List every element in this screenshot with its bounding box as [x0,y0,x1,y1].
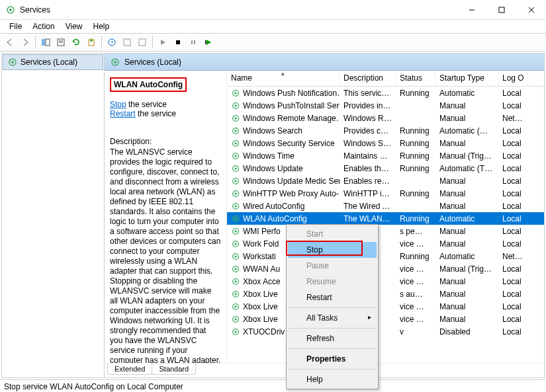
svg-point-61 [234,318,237,321]
gear-icon [7,57,18,67]
service-row[interactable]: Windows SearchProvides co…RunningAutomat… [227,124,544,137]
help-button[interactable]: ? [105,35,119,50]
pause-service-button [186,35,201,50]
context-refresh[interactable]: Refresh [288,331,377,346]
service-gear-icon [231,139,240,148]
service-row[interactable]: WLAN AutoConfigThe WLANS…RunningAutomati… [227,212,544,225]
menu-view[interactable]: View [60,20,88,32]
toolbar-icon[interactable] [120,35,134,50]
list-header: Name▴ Description Status Startup Type Lo… [227,71,544,87]
menu-help[interactable]: Help [88,20,115,32]
restart-link[interactable]: Restart [110,109,136,118]
context-properties[interactable]: Properties [288,351,377,367]
svg-rect-15 [139,39,146,46]
service-row[interactable]: Work Foldvice …ManualLocal [227,237,544,250]
minimize-button[interactable] [457,0,486,20]
toolbar: ? [0,33,546,52]
service-row[interactable]: WWAN Auvice …Manual (Trig…Local [227,262,544,275]
service-gear-icon [231,101,240,110]
stop-service-button[interactable] [171,35,185,50]
tree-item-label: Services (Local) [21,58,77,67]
service-gear-icon [231,264,240,274]
menu-file[interactable]: File [4,20,27,32]
service-row[interactable]: Windows UpdateEnables the …RunningAutoma… [227,162,544,175]
context-start: Start [288,226,377,242]
svg-rect-14 [124,39,130,46]
svg-point-35 [234,155,237,157]
export-button[interactable] [84,35,99,50]
svg-point-43 [234,205,237,208]
svg-point-47 [234,230,237,233]
list-rows: Windows Push Notification…This service …… [227,87,544,338]
refresh-button[interactable] [69,35,83,50]
svg-point-59 [234,305,237,308]
service-row[interactable]: XTUOCDrivvDisabledLocal [227,325,544,338]
maximize-button[interactable] [486,0,516,20]
service-row[interactable]: Xbox Live vice …ManualLocal [227,300,544,313]
service-row[interactable]: Xbox Accevice …ManualLocal [227,275,544,288]
content-area: Services (Local) Services (Local) WLAN A… [1,53,545,378]
submenu-arrow-icon: ▸ [368,313,371,321]
service-row[interactable]: WorkstatiRunningAutomaticNetwo [227,250,544,262]
context-all-tasks[interactable]: All Tasks▸ [288,310,377,326]
service-gear-icon [231,114,240,123]
context-separator [289,348,376,349]
show-hide-tree-button[interactable] [38,35,53,50]
restart-service-button[interactable] [201,35,216,50]
titlebar: Services [0,0,546,20]
service-gear-icon [231,214,240,223]
close-button[interactable] [516,0,546,20]
svg-point-45 [234,217,237,220]
svg-point-55 [234,280,237,283]
service-gear-icon [231,315,240,324]
toolbar-icon-2[interactable] [135,35,150,50]
context-help[interactable]: Help [288,372,377,387]
context-stop[interactable]: Stop [288,242,377,258]
column-startup-type[interactable]: Startup Type [435,71,498,86]
description-text: The WLANSVC service provides the logic r… [110,147,221,363]
service-row[interactable]: Windows PushToInstall Serv…Provides inf…… [227,99,544,112]
service-row[interactable]: Wired AutoConfigThe Wired A…ManualLocal [227,200,544,212]
column-name[interactable]: Name▴ [227,71,340,86]
svg-rect-7 [46,39,50,46]
service-row[interactable]: Windows TimeMaintains d…RunningManual (T… [227,149,544,162]
detail-pane: WLAN AutoConfig Stop the service Restart… [105,71,227,363]
service-row[interactable]: Windows Remote Manage…Windows R…ManualNe… [227,112,544,124]
service-gear-icon [231,252,240,261]
service-row[interactable]: Windows Push Notification…This service …… [227,87,544,99]
properties-button[interactable] [54,35,68,50]
service-row[interactable]: WMI Perfos pe…ManualLocal [227,225,544,237]
svg-point-31 [234,130,237,132]
svg-point-29 [234,117,237,120]
status-text: Stop service WLAN AutoConfig on Local Co… [4,382,183,391]
service-gear-icon [231,89,240,98]
column-logon[interactable]: Log O [498,71,528,86]
tab-standard[interactable]: Standard [152,364,196,375]
context-separator [289,328,376,329]
service-gear-icon [231,202,240,211]
context-restart[interactable]: Restart [288,290,377,305]
svg-point-25 [234,92,237,95]
tab-extended[interactable]: Extended [107,363,152,375]
stop-link[interactable]: Stop [110,100,126,109]
stop-service-line: Stop the service [110,100,221,109]
service-gear-icon [231,227,240,236]
context-resume: Resume [288,274,377,290]
menu-action[interactable]: Action [27,20,60,32]
service-row[interactable]: Windows Update Medic Ser…Enables rem…Man… [227,175,544,187]
service-gear-icon [231,189,240,198]
selected-service-highlight: WLAN AutoConfig [110,77,187,92]
svg-point-53 [234,268,237,270]
service-row[interactable]: WinHTTP Web Proxy Auto-…WinHTTP i…Runnin… [227,187,544,200]
service-row[interactable]: Xbox Live s au…ManualLocal [227,288,544,300]
service-gear-icon [231,290,240,299]
service-row[interactable]: Xbox Live vice …ManualLocal [227,313,544,325]
right-pane-title: Services (Local) [124,58,181,67]
column-description[interactable]: Description [340,71,396,86]
restart-service-line: Restart the service [110,109,221,118]
service-row[interactable]: Windows Security ServiceWindows Se…Runni… [227,137,544,149]
service-gear-icon [231,176,240,186]
column-status[interactable]: Status [396,71,435,86]
tree-item-services-local[interactable]: Services (Local) [3,54,103,70]
context-pause: Pause [288,258,377,274]
